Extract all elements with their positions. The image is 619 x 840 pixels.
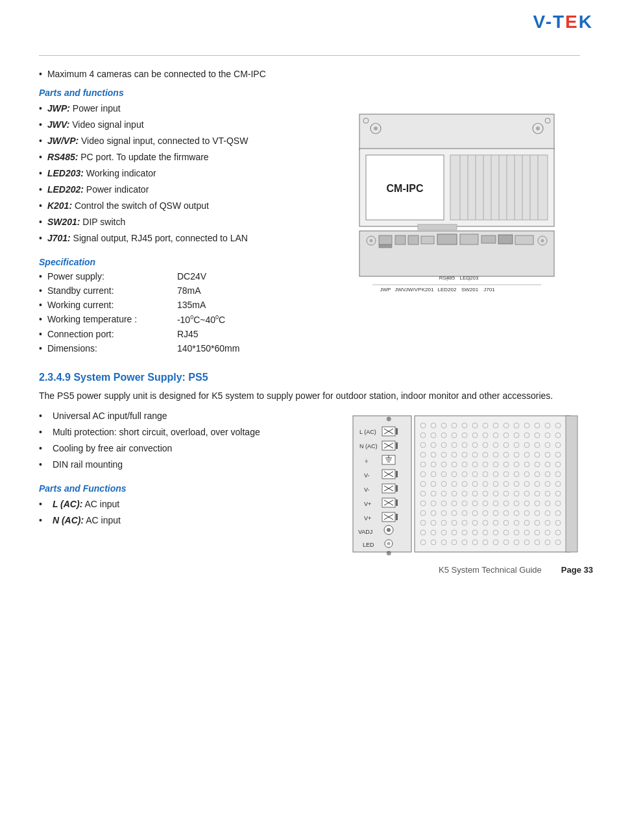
part-led203: • LED203: Working indicator — [39, 167, 321, 180]
ps5-bullets: • Universal AC input/full range • Multi … — [39, 409, 327, 472]
footer-guide: K5 System Technical Guide — [439, 565, 542, 575]
parts-functions-title: Parts and functions — [39, 88, 321, 98]
footer-page: Page 33 — [561, 565, 593, 575]
spec-temp: • Working temperature : -100C~400C — [39, 314, 321, 325]
svg-rect-76 — [396, 485, 398, 492]
ps5-left: • Universal AC input/full range • Multi … — [39, 409, 327, 530]
svg-rect-96 — [566, 416, 577, 552]
svg-text:V+: V+ — [364, 501, 371, 507]
svg-rect-22 — [418, 224, 457, 230]
parts-functions2-title: Parts and Functions — [39, 483, 327, 494]
specification-title: Specification — [39, 257, 321, 267]
parts-list: • JWP: Power input • JWV: Video signal i… — [39, 102, 321, 245]
svg-rect-81 — [396, 499, 398, 506]
svg-rect-95 — [415, 416, 570, 552]
part-jwp: • JWP: Power input — [39, 102, 321, 115]
svg-text:JW/VP: JW/VP — [406, 287, 421, 293]
part-sw201: • SW201: DIP switch — [39, 215, 321, 229]
part-k201: • K201: Control the switch of QSW output — [39, 199, 321, 213]
svg-rect-86 — [396, 514, 398, 520]
ps5-bullet-2: • Cooling by free air convection — [39, 442, 327, 455]
svg-text:⊕: ⊕ — [386, 415, 391, 422]
ps5-section: 2.3.4.9 System Power Supply: PS5 The PS5… — [39, 372, 580, 560]
part-nac: • N (AC): AC input — [39, 514, 327, 527]
svg-point-2 — [374, 126, 378, 130]
svg-text:CM-IPC: CM-IPC — [387, 183, 424, 194]
cmipc-diagram-container: CM-IPC — [334, 67, 580, 357]
svg-rect-36 — [498, 235, 513, 244]
ps5-content: • Universal AC input/full range • Multi … — [39, 409, 580, 560]
svg-text:V+: V+ — [364, 515, 371, 522]
ps5-bullet-3: • DIN rail mounting — [39, 458, 327, 472]
svg-text:V-: V- — [364, 486, 370, 493]
ps5-body: The PS5 power supply unit is designed fo… — [39, 389, 580, 403]
svg-rect-28 — [379, 235, 392, 245]
svg-rect-0 — [359, 114, 554, 150]
intro-bullet: • Maximum 4 cameras can be connected to … — [39, 67, 321, 81]
svg-text:V-: V- — [364, 472, 370, 479]
svg-rect-55 — [396, 428, 398, 435]
svg-text:K201: K201 — [422, 287, 434, 293]
svg-rect-32 — [421, 236, 434, 244]
logo: V-TEK — [533, 12, 593, 32]
specs-list: • Power supply: DC24V • Standby current:… — [39, 271, 321, 354]
svg-point-27 — [541, 239, 544, 242]
svg-text:VADJ: VADJ — [358, 529, 372, 535]
part-jwv: • JWV: Video signal input — [39, 118, 321, 132]
cmipc-diagram: CM-IPC — [340, 111, 574, 314]
part-jwvp: • JW/VP: Video signal input, connected t… — [39, 134, 321, 148]
svg-rect-34 — [460, 234, 478, 245]
svg-rect-31 — [408, 235, 419, 245]
svg-rect-30 — [395, 235, 406, 245]
left-column: • Maximum 4 cameras can be connected to … — [39, 67, 321, 357]
svg-point-92 — [387, 542, 391, 546]
spec-dim: • Dimensions: 140*150*60mm — [39, 343, 321, 354]
cmipc-svg: CM-IPC — [340, 111, 574, 312]
logo-text: V-TEK — [533, 12, 593, 32]
spec-standby: • Standby current: 78mA — [39, 285, 321, 296]
spec-power: • Power supply: DC24V — [39, 271, 321, 282]
svg-text:LED202: LED202 — [438, 287, 457, 293]
svg-rect-29 — [379, 245, 392, 248]
svg-rect-60 — [396, 442, 398, 449]
footer: K5 System Technical Guide Page 33 — [439, 565, 593, 575]
bullet-dot: • — [39, 67, 42, 81]
ps5-bullet-0: • Universal AC input/full range — [39, 409, 327, 423]
svg-point-4 — [536, 126, 540, 130]
svg-text:⊕: ⊕ — [386, 549, 391, 557]
svg-text:SW201: SW201 — [461, 287, 479, 293]
svg-rect-35 — [481, 235, 496, 243]
ps5-bullet-1: • Multi protection: short circuit, overl… — [39, 426, 327, 439]
ps5-diagram: L (AC) N (AC) ⏚ — [346, 409, 580, 560]
top-divider — [39, 55, 580, 56]
svg-text:L (AC): L (AC) — [359, 429, 376, 435]
svg-point-89 — [387, 528, 391, 532]
ps5-svg: L (AC) N (AC) ⏚ — [346, 409, 580, 558]
svg-text:LED: LED — [363, 542, 374, 548]
part-led202: • LED202: Power indicator — [39, 183, 321, 197]
spec-working-current: • Working current: 135mA — [39, 300, 321, 310]
part-lac: • L (AC): AC input — [39, 498, 327, 511]
svg-point-25 — [370, 239, 373, 242]
svg-text:JWP: JWP — [380, 287, 391, 293]
svg-rect-33 — [437, 234, 457, 245]
svg-rect-37 — [515, 235, 533, 245]
part-j701: • J701: Signal output, RJ45 port, connec… — [39, 232, 321, 245]
ps5-heading: 2.3.4.9 System Power Supply: PS5 — [39, 372, 580, 383]
svg-rect-71 — [396, 471, 398, 477]
svg-text:JWV: JWV — [395, 287, 407, 293]
spec-conn: • Connection port: RJ45 — [39, 329, 321, 339]
svg-text:J701: J701 — [483, 287, 495, 293]
main-section: • Maximum 4 cameras can be connected to … — [39, 67, 580, 357]
svg-text:N (AC): N (AC) — [359, 443, 378, 450]
part-rs485: • RS485: PC port. To update the firmware — [39, 150, 321, 164]
ps5-parts-section: Parts and Functions • L (AC): AC input •… — [39, 483, 327, 527]
specification-section: Specification • Power supply: DC24V • St… — [39, 257, 321, 354]
